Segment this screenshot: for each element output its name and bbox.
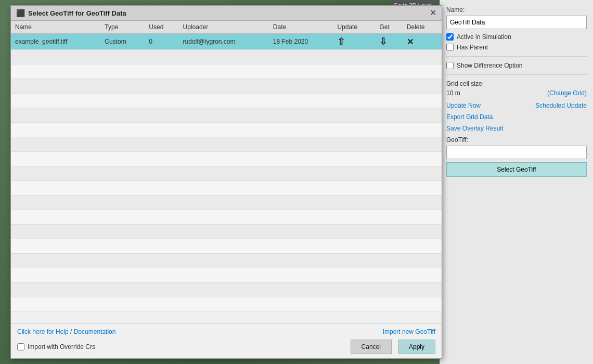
- cell-empty: [11, 152, 100, 166]
- has-parent-row: Has Parent: [446, 44, 587, 51]
- table-row-empty: [11, 196, 442, 210]
- cell-empty: [269, 283, 333, 297]
- cell-empty: [179, 166, 269, 181]
- cell-empty: [145, 152, 178, 166]
- cell-empty: [333, 94, 375, 108]
- cell-empty: [333, 254, 375, 268]
- cell-empty: [333, 79, 375, 94]
- show-difference-checkbox[interactable]: [446, 62, 454, 69]
- override-crs-row: Import with Override Crs: [17, 343, 95, 350]
- cell-empty: [269, 181, 333, 196]
- table-row-empty: [11, 94, 442, 108]
- table-row-empty: [11, 181, 442, 196]
- cell-empty: [269, 50, 333, 64]
- cell-empty: [100, 137, 145, 152]
- cell-empty: [269, 210, 333, 225]
- cell-empty: [100, 268, 145, 283]
- cell-empty: [11, 166, 100, 181]
- table-row-empty: [11, 152, 442, 166]
- cell-empty: [11, 108, 100, 123]
- cell-empty: [403, 283, 442, 297]
- modal-icon: ⬛: [16, 9, 25, 17]
- cell-empty: [375, 166, 402, 181]
- export-grid-link[interactable]: Export Grid Data: [446, 113, 587, 121]
- cell-empty: [145, 225, 178, 239]
- table-row-empty: [11, 166, 442, 181]
- col-update[interactable]: Update: [333, 21, 375, 34]
- update-now-link[interactable]: Update Now: [446, 102, 481, 109]
- table-row-empty: [11, 137, 442, 152]
- cell-empty: [403, 152, 442, 166]
- select-geotiff-button[interactable]: Select GeoTiff: [446, 162, 587, 177]
- help-documentation-link[interactable]: Click here for Help / Documentation: [17, 328, 115, 335]
- cell-empty: [145, 64, 178, 79]
- cell-empty: [269, 152, 333, 166]
- cell-empty: [100, 297, 145, 312]
- has-parent-checkbox[interactable]: [446, 44, 454, 51]
- col-name[interactable]: Name: [11, 21, 100, 34]
- cell-get[interactable]: ⇩: [375, 34, 402, 50]
- cell-empty: [179, 108, 269, 123]
- cell-date: 18 Feb 2020: [269, 34, 333, 50]
- cell-empty: [11, 225, 100, 239]
- cell-empty: [145, 50, 178, 64]
- cell-empty: [11, 94, 100, 108]
- cell-empty: [375, 254, 402, 268]
- geotiff-input[interactable]: [446, 146, 587, 159]
- cell-empty: [179, 152, 269, 166]
- cell-empty: [145, 239, 178, 254]
- cell-empty: [145, 79, 178, 94]
- cell-empty: [269, 239, 333, 254]
- cell-empty: [145, 137, 178, 152]
- cancel-button[interactable]: Cancel: [351, 340, 392, 354]
- cell-empty: [179, 50, 269, 64]
- override-crs-label: Import with Override Crs: [28, 343, 95, 350]
- cell-empty: [269, 166, 333, 181]
- apply-button[interactable]: Apply: [398, 340, 435, 354]
- divider-2: [446, 74, 587, 75]
- cell-empty: [269, 196, 333, 210]
- col-uploader[interactable]: Uploader: [179, 21, 269, 34]
- geotiff-label: GeoTiff:: [446, 136, 587, 144]
- name-input[interactable]: [446, 16, 587, 29]
- grid-cell-row: 10 m (Change Grid): [446, 89, 587, 97]
- cell-empty: [100, 64, 145, 79]
- col-used[interactable]: Used: [145, 21, 178, 34]
- cell-empty: [145, 94, 178, 108]
- table-row-empty: [11, 283, 442, 297]
- cell-empty: [333, 181, 375, 196]
- cell-empty: [403, 268, 442, 283]
- cell-empty: [100, 50, 145, 64]
- col-type[interactable]: Type: [100, 21, 145, 34]
- cell-empty: [333, 123, 375, 137]
- col-date[interactable]: Date: [269, 21, 333, 34]
- table-scroll[interactable]: Name Type Used Uploader Date Update Get …: [11, 21, 442, 323]
- cell-empty: [333, 210, 375, 225]
- col-get[interactable]: Get: [375, 21, 402, 34]
- active-simulation-checkbox[interactable]: [446, 33, 454, 41]
- cell-empty: [269, 108, 333, 123]
- cell-empty: [403, 123, 442, 137]
- cell-empty: [269, 137, 333, 152]
- scheduled-update-link[interactable]: Scheduled Update: [535, 102, 587, 109]
- cell-update[interactable]: ⇧: [333, 34, 375, 50]
- change-grid-link[interactable]: (Change Grid): [547, 89, 587, 97]
- cell-empty: [333, 196, 375, 210]
- override-crs-checkbox[interactable]: [17, 343, 24, 350]
- modal-title-bar: ⬛ Select GeoTiff for GeoTiff Data ✕: [11, 6, 442, 21]
- cell-empty: [375, 210, 402, 225]
- import-geotiff-link[interactable]: Import new GeoTiff: [383, 328, 435, 335]
- col-delete[interactable]: Delete: [403, 21, 442, 34]
- table-row-empty: [11, 50, 442, 64]
- table-row[interactable]: example_geotiff.tiffCustom0rudolf@lygron…: [11, 34, 442, 50]
- cell-empty: [269, 254, 333, 268]
- cell-empty: [179, 210, 269, 225]
- save-overlay-link[interactable]: Save Overlay Result: [446, 125, 587, 132]
- cell-delete[interactable]: ✕: [403, 34, 442, 50]
- cell-empty: [100, 254, 145, 268]
- cell-empty: [375, 108, 402, 123]
- cell-empty: [375, 225, 402, 239]
- cell-empty: [179, 137, 269, 152]
- cell-empty: [403, 254, 442, 268]
- modal-close-button[interactable]: ✕: [430, 9, 436, 17]
